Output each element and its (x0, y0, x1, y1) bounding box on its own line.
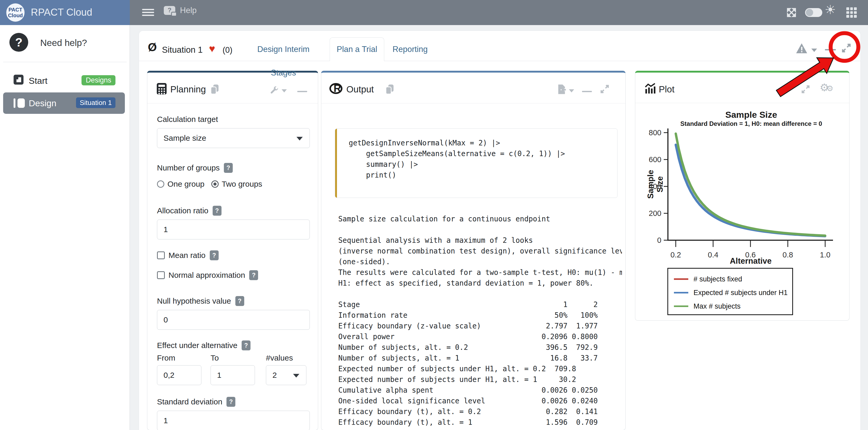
export-dropdown-caret-icon[interactable] (569, 89, 574, 92)
svg-text:1.0: 1.0 (820, 251, 830, 259)
heart-icon[interactable]: ♥ (209, 43, 215, 55)
plot-settings-gears-icon[interactable]: ⚙⚙ (820, 81, 834, 94)
code-accent-bar (335, 129, 337, 198)
help-badge-icon[interactable]: ? (242, 340, 250, 351)
tab-plan-a-trial-active[interactable]: Plan a Trial (330, 37, 384, 61)
nvalues-label: #values (266, 353, 306, 363)
legend-line-blue (674, 292, 688, 293)
favorites-count: (0) (222, 45, 232, 55)
copy-icon[interactable] (384, 84, 395, 95)
wrench-icon[interactable] (270, 86, 279, 95)
calculation-target-select[interactable]: Sample size (157, 128, 310, 148)
standard-deviation-input[interactable] (157, 411, 310, 430)
export-icon[interactable] (556, 84, 567, 95)
to-label: To (211, 353, 255, 363)
sidebar: PACT Cloud RPACT Cloud ? Need help? Star… (0, 0, 130, 430)
mean-ratio-checkbox[interactable] (157, 252, 165, 259)
mean-ratio-label[interactable]: Mean ratio (168, 251, 206, 260)
wrench-dropdown-caret-icon[interactable] (282, 89, 287, 92)
plot-header-divider (635, 103, 849, 103)
legend-line-green (674, 305, 688, 307)
slashed-o-icon: Ø (148, 41, 157, 54)
help-badge-icon[interactable]: ? (249, 270, 258, 280)
allocation-ratio-label: Allocation ratio ? (157, 205, 310, 216)
output-title: Output (346, 84, 374, 95)
r-output-text: Sample size calculation for a continuous… (338, 213, 622, 430)
question-mark-icon: ? (9, 33, 28, 52)
sidebar-item-need-help[interactable]: ? Need help? (0, 33, 130, 58)
copy-icon[interactable] (210, 84, 220, 95)
nvalues-value: 2 (273, 371, 277, 379)
nvalues-select[interactable]: 2 (266, 365, 306, 385)
legend-item: Expected # subjects under H1 (674, 286, 792, 299)
warning-icon[interactable] (796, 43, 808, 54)
help-button[interactable]: ? Help (164, 6, 197, 15)
minimize-icon[interactable] (825, 49, 836, 51)
help-chat-icon: ? (164, 6, 175, 15)
warning-dropdown-caret-icon[interactable] (811, 48, 817, 52)
rpact-cloud-window: PACT Cloud RPACT Cloud ? Need help? Star… (0, 0, 868, 430)
calculation-target-label: Calculation target (157, 114, 310, 125)
chart-icon (644, 82, 656, 95)
hamburger-menu-icon[interactable] (142, 9, 154, 16)
one-group-label[interactable]: One group (167, 179, 205, 189)
number-of-groups-label: Number of groups ? (157, 163, 310, 173)
need-help-label: Need help? (40, 38, 87, 48)
effect-sublabels: From To #values (157, 353, 310, 363)
effect-from-input[interactable] (157, 365, 202, 385)
plot-title: Plot (659, 84, 675, 95)
sidebar-divider (3, 62, 127, 62)
logo-text-top: PACT (9, 7, 23, 12)
move-arrows-icon[interactable] (786, 7, 797, 18)
two-groups-label[interactable]: Two groups (222, 179, 262, 189)
chart-legend: # subjects fixed Expected # subjects und… (668, 268, 793, 315)
help-badge-icon[interactable]: ? (235, 296, 244, 306)
chart-x-axis-label: Alternative (706, 256, 795, 266)
help-label: Help (180, 6, 197, 15)
design-label: Design (29, 98, 56, 108)
apps-grid-icon[interactable] (846, 7, 857, 18)
plot-panel: Plot ⚙⚙ Sample Size Standard Deviation =… (635, 71, 849, 321)
normal-approximation-label[interactable]: Normal approximation (168, 271, 245, 279)
two-groups-radio-selected[interactable] (211, 180, 219, 188)
null-hypothesis-input[interactable] (157, 310, 310, 330)
dark-mode-toggle[interactable] (805, 8, 822, 17)
design-badge: Situation 1 (76, 97, 116, 108)
effect-to-input[interactable] (211, 365, 255, 385)
effect-inputs: 2 (157, 365, 310, 385)
svg-text:600: 600 (649, 155, 661, 164)
help-badge-icon[interactable]: ? (224, 163, 233, 173)
help-badge-icon[interactable]: ? (213, 206, 221, 216)
topbar: ? Help ☀ (130, 0, 868, 25)
sidebar-item-design-selected[interactable]: Design Situation 1 (3, 92, 125, 114)
output-minimize-icon[interactable] (582, 91, 592, 92)
calculator-icon (156, 82, 167, 95)
app-title: RPACT Cloud (31, 7, 92, 18)
settings-sun-icon[interactable]: ☀ (825, 4, 836, 16)
plot-expand-icon[interactable] (800, 84, 811, 95)
normal-approximation-row: Normal approximation ? (157, 270, 310, 281)
normal-approximation-checkbox[interactable] (157, 271, 165, 279)
help-badge-icon[interactable]: ? (226, 397, 235, 407)
standard-deviation-label: Standard deviation ? (157, 397, 310, 407)
r-code: getDesignInverseNormal(kMax = 2) |> getS… (349, 138, 617, 180)
output-expand-icon[interactable] (599, 83, 611, 95)
chevron-down-icon (297, 137, 303, 140)
tab-design-interim-stages[interactable]: Design Interim Stages (246, 38, 321, 61)
legend-line-red (674, 278, 688, 280)
allocation-ratio-input[interactable] (157, 220, 310, 239)
sidebar-item-start[interactable]: Start Designs (3, 74, 125, 90)
r-code-block: getDesignInverseNormal(kMax = 2) |> getS… (335, 128, 618, 198)
output-panel: R Output getDesignInverseNormal(kMax = 2… (321, 71, 626, 430)
help-chat-icon-secondary (171, 12, 177, 16)
one-group-radio[interactable] (157, 180, 164, 188)
help-badge-icon[interactable]: ? (210, 251, 219, 260)
planning-minimize-icon[interactable] (297, 91, 307, 92)
tab-reporting[interactable]: Reporting (391, 38, 430, 61)
legend-item: # subjects fixed (674, 272, 792, 286)
expand-icon[interactable] (840, 42, 852, 54)
start-icon (13, 75, 24, 85)
tab-situation[interactable]: Situation 1 (162, 45, 203, 55)
calculation-target-value: Sample size (163, 134, 206, 142)
svg-text:0: 0 (657, 236, 661, 244)
